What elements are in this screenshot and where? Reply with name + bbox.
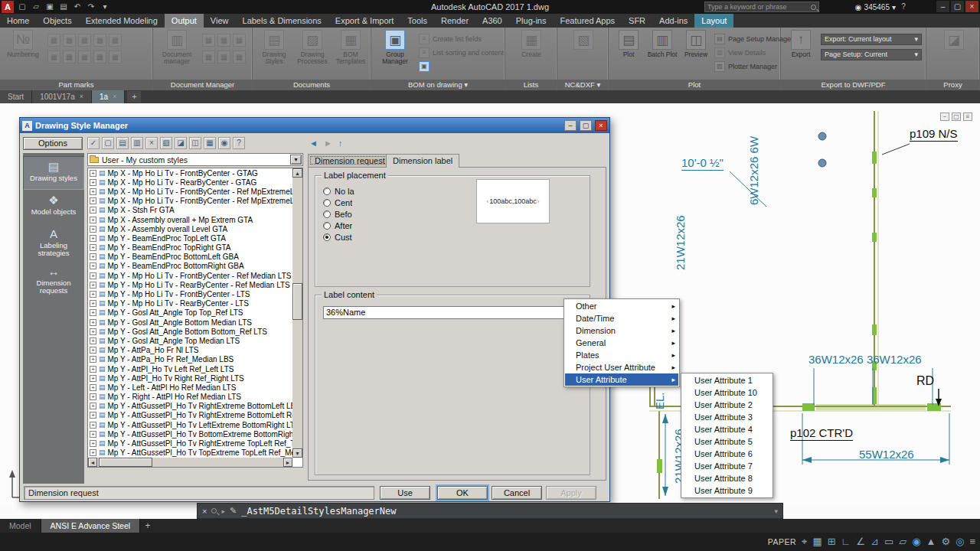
panel-title-export[interactable]: Export to DWF/PDF: [781, 80, 926, 90]
expand-icon[interactable]: +: [90, 197, 96, 204]
tree-item[interactable]: +▤Mp Y - Gosl Att_Angle Bottom Median LT…: [88, 318, 292, 327]
help-icon[interactable]: ?: [233, 137, 245, 149]
expand-icon[interactable]: +: [90, 282, 96, 289]
layout-tab-model[interactable]: Model: [0, 519, 41, 533]
dialog-close-button[interactable]: ×: [595, 120, 607, 131]
document-tool-icon[interactable]: ▦: [202, 34, 215, 47]
tree-item[interactable]: +▤Mp Y - AttGussetPl_Ho Tv RightExtreme …: [88, 411, 292, 420]
panel-title-bom[interactable]: BOM on drawing ▾: [371, 80, 505, 90]
tree-horizontal-scrollbar[interactable]: ◄ ►: [88, 458, 292, 467]
command-search-icon[interactable]: [211, 508, 217, 514]
sidebar-item-labeling-strategies[interactable]: ALabeling strategies: [23, 223, 84, 261]
document-tab-1001v17a[interactable]: 1001V17a×: [32, 90, 92, 103]
label-content-field[interactable]: 36%Name: [323, 306, 582, 319]
tree-item[interactable]: +▤Mp Y - AttGussetPl_Ho Tv RightExtreme …: [88, 439, 292, 448]
expand-icon[interactable]: +: [90, 412, 96, 419]
lineweight-icon[interactable]: ▭: [884, 533, 893, 551]
plotter-manager-button[interactable]: ▨ Plotter Manager: [714, 61, 777, 72]
snap-icon[interactable]: ⊞: [828, 533, 836, 551]
create-lists-button[interactable]: ▦ Create: [513, 29, 550, 58]
tree-item[interactable]: +▤Mp Y - Left - AttPl Ho Ref Median LTS: [88, 383, 292, 392]
tree-item[interactable]: +▤Mp Y - BeamEndProc TopLeft GTA: [88, 233, 292, 243]
radio-icon[interactable]: [323, 222, 331, 230]
tree-item[interactable]: +▤Mp Y - Mp Ho Li Tv - FrontByCenter - R…: [88, 271, 292, 280]
radio-icon[interactable]: [323, 187, 331, 195]
expand-icon[interactable]: +: [90, 375, 96, 382]
ribbon-tab-output[interactable]: Output: [165, 14, 204, 28]
panel-title-proxy[interactable]: Proxy: [926, 80, 979, 90]
export-style-icon[interactable]: ◫: [189, 137, 201, 149]
radio-option-cust[interactable]: Cust: [323, 233, 354, 241]
ribbon-tab-render[interactable]: Render: [434, 14, 475, 28]
ribbon-tab-tools[interactable]: Tools: [400, 14, 434, 28]
forward-icon[interactable]: ►: [324, 139, 332, 148]
tree-item[interactable]: +▤Mp Y - Mp Ho Li Tv - FrontByCenter - L…: [88, 289, 292, 298]
ribbon-tab-featured-apps[interactable]: Featured Apps: [554, 14, 622, 28]
tree-vertical-scrollbar[interactable]: ▲ ▼: [292, 168, 302, 458]
tree-item[interactable]: +▤Mp X - Assembly overall Level GTA: [88, 224, 292, 233]
maximize-button[interactable]: ▢: [951, 1, 964, 12]
tree-item[interactable]: +▤Mp Y - AttPa_Ho Fr Ref_Median LBS: [88, 355, 292, 364]
radio-icon[interactable]: [323, 199, 331, 207]
document-tab-1a[interactable]: 1a×: [92, 90, 125, 103]
part-mark-tool-icon[interactable]: ▦: [47, 51, 60, 64]
style-settings-icon[interactable]: ◉: [218, 137, 230, 149]
document-tool-icon[interactable]: ▦: [233, 51, 246, 64]
ribbon-tab-add-ins[interactable]: Add-ins: [652, 14, 694, 28]
ribbon-tab-export-import[interactable]: Export & Import: [328, 14, 400, 28]
radio-option-cent[interactable]: Cent: [323, 198, 354, 207]
bom-templates-button[interactable]: ▦ BOM Templates: [332, 29, 369, 65]
layout-tab-ansi-e-advance-steel[interactable]: ANSI E Advance Steel: [41, 519, 140, 533]
tab-dimension-label[interactable]: Dimension label: [386, 154, 459, 168]
back-icon[interactable]: ◄: [309, 139, 318, 148]
expand-icon[interactable]: +: [90, 244, 96, 251]
dropdown-arrow-icon[interactable]: ▾: [290, 155, 302, 165]
ok-button[interactable]: OK: [437, 486, 488, 500]
scroll-thumb[interactable]: [99, 458, 152, 467]
ribbon-tab-labels-dimensions[interactable]: Labels & Dimensions: [236, 14, 328, 28]
tree-item[interactable]: +▤Mp X - Mp Ho Li Tv - FrontByCenter - G…: [88, 168, 292, 178]
panel-title-ncdxf[interactable]: NC&DXF ▾: [557, 80, 608, 90]
panel-title-document-manager[interactable]: Document Manager: [153, 80, 252, 90]
context-menu-item-date-time[interactable]: Date/Time▸: [565, 312, 678, 324]
context-menu-item-project-user-attribute[interactable]: Project User Attribute▸: [565, 361, 678, 373]
dialog-maximize-button[interactable]: ▢: [580, 120, 592, 131]
style-group-dropdown[interactable]: User - My custom styles ▾: [87, 153, 303, 166]
tab-dimension-request[interactable]: Dimension request: [308, 154, 392, 167]
close-command-icon[interactable]: ×: [202, 507, 207, 516]
expand-icon[interactable]: +: [90, 235, 96, 242]
expand-icon[interactable]: +: [90, 366, 96, 373]
tree-item[interactable]: +▤Mp Y - AttGussetPl_Ho Tv BottomExtreme…: [88, 429, 292, 439]
submenu-item-user-attribute-8[interactable]: User Attribute 8: [682, 472, 772, 484]
submenu-item-user-attribute-3[interactable]: User Attribute 3: [682, 411, 772, 423]
paper-space-label[interactable]: PAPER: [768, 537, 796, 546]
expand-icon[interactable]: +: [90, 262, 96, 269]
paste-style-icon[interactable]: ▥: [131, 137, 143, 149]
command-line[interactable]: × ▸ ✎ _AstM5DetailStylesManagerNew ▾: [197, 503, 783, 519]
expand-icon[interactable]: +: [90, 403, 96, 409]
radio-icon[interactable]: [323, 233, 331, 241]
plot-button[interactable]: ▤ Plot: [613, 29, 644, 58]
ortho-icon[interactable]: ∟: [841, 533, 851, 551]
viewport-menu-icon[interactable]: ≡: [963, 112, 972, 121]
tree-item[interactable]: +▤Mp Y - AttPl_Ho Tv Right Ref_Right LTS: [88, 373, 292, 383]
search-icon[interactable]: [811, 5, 816, 10]
close-tab-icon[interactable]: ×: [113, 90, 116, 103]
tree-item[interactable]: +▤Mp Y - Gosl Att_Angle Bottom Bottom_Re…: [88, 327, 292, 336]
radio-option-befo[interactable]: Befo: [323, 210, 354, 218]
expand-icon[interactable]: +: [90, 328, 96, 335]
expand-icon[interactable]: +: [90, 309, 96, 316]
grid-icon[interactable]: ▦: [812, 533, 822, 551]
tree-item[interactable]: +▤Mp X - Mp Ho Li Tv - RearByCenter - GT…: [88, 178, 292, 187]
sidebar-item-drawing-styles[interactable]: ▤Drawing styles: [23, 156, 84, 190]
expand-icon[interactable]: +: [90, 356, 96, 363]
dialog-minimize-button[interactable]: –: [564, 120, 577, 131]
customization-icon[interactable]: ≡: [969, 533, 975, 551]
scroll-up-icon[interactable]: ▲: [292, 168, 302, 178]
viewport-view-icon[interactable]: ▢: [952, 112, 961, 121]
tree-item[interactable]: +▤Mp X - Mp Ho Li Tv - FrontByCenter - R…: [88, 187, 292, 196]
polar-icon[interactable]: ∠: [856, 533, 865, 551]
tree-item[interactable]: +▤Mp Y - AttGussetPl_Ho Tv TopExtreme To…: [88, 448, 292, 458]
tree-item[interactable]: +▤Mp Y - AttGussetPl_Ho Tv RightExtreme …: [88, 402, 292, 411]
new-style-icon[interactable]: ▢: [102, 137, 114, 149]
